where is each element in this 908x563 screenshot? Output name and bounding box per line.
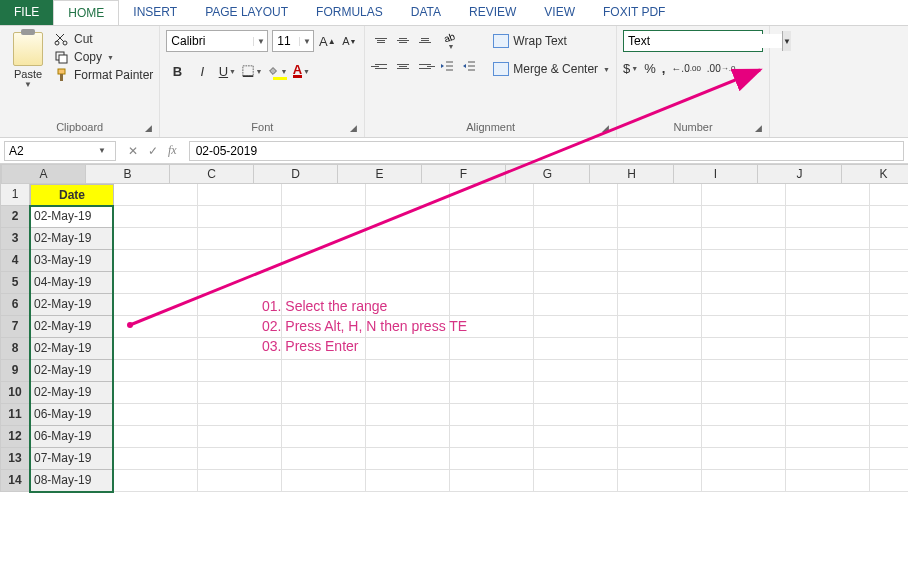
paste-button[interactable]: Paste ▼ (6, 30, 50, 89)
cell[interactable]: 06-May-19 (30, 426, 114, 448)
align-bottom-button[interactable] (415, 30, 435, 50)
cell[interactable] (702, 404, 786, 426)
decrease-font-size-button[interactable]: A▼ (340, 32, 358, 50)
formula-input[interactable] (189, 141, 904, 161)
cell[interactable] (618, 206, 702, 228)
underline-button[interactable]: U▼ (216, 60, 238, 82)
tab-view[interactable]: VIEW (530, 0, 589, 25)
cell[interactable] (534, 228, 618, 250)
cell[interactable] (114, 272, 198, 294)
font-size-combo[interactable]: ▼ (272, 30, 314, 52)
cell[interactable] (534, 184, 618, 206)
cell[interactable] (870, 360, 908, 382)
tab-insert[interactable]: INSERT (119, 0, 191, 25)
row-header[interactable]: 9 (0, 360, 30, 382)
cell[interactable] (534, 272, 618, 294)
cell[interactable] (366, 206, 450, 228)
cells-area[interactable]: Date02-May-1902-May-1903-May-1904-May-19… (30, 184, 908, 492)
cell[interactable] (198, 470, 282, 492)
format-painter-button[interactable]: Format Painter (54, 68, 153, 82)
cell[interactable] (282, 382, 366, 404)
cell[interactable] (114, 316, 198, 338)
cell[interactable] (366, 250, 450, 272)
cell[interactable] (198, 250, 282, 272)
font-name-combo[interactable]: ▼ (166, 30, 268, 52)
tab-review[interactable]: REVIEW (455, 0, 530, 25)
tab-data[interactable]: DATA (397, 0, 455, 25)
column-header[interactable]: B (86, 164, 170, 184)
cell[interactable] (114, 338, 198, 360)
cell[interactable] (786, 382, 870, 404)
cell[interactable] (618, 272, 702, 294)
increase-decimal-button[interactable]: ←.0.00 (671, 58, 700, 78)
row-header[interactable]: 1 (0, 184, 30, 206)
chevron-down-icon[interactable]: ▼ (253, 37, 267, 46)
chevron-down-icon[interactable]: ▼ (299, 37, 313, 46)
cell[interactable] (282, 228, 366, 250)
cell[interactable] (114, 470, 198, 492)
bold-button[interactable]: B (166, 60, 188, 82)
cell[interactable] (786, 184, 870, 206)
cell[interactable] (786, 272, 870, 294)
borders-button[interactable]: ▼ (241, 60, 263, 82)
cell[interactable] (114, 404, 198, 426)
increase-indent-button[interactable] (459, 56, 479, 76)
tab-formulas[interactable]: FORMULAS (302, 0, 397, 25)
column-header[interactable]: H (590, 164, 674, 184)
cell[interactable] (366, 228, 450, 250)
cell[interactable] (534, 448, 618, 470)
tab-file[interactable]: FILE (0, 0, 53, 25)
cell[interactable]: 02-May-19 (30, 338, 114, 360)
cell[interactable] (114, 360, 198, 382)
cell[interactable] (534, 404, 618, 426)
cell[interactable] (450, 404, 534, 426)
cell[interactable] (114, 228, 198, 250)
chevron-down-icon[interactable]: ▼ (24, 80, 32, 89)
dialog-launcher-font[interactable]: ◢ (350, 123, 362, 135)
row-header[interactable]: 13 (0, 448, 30, 470)
cell[interactable] (450, 426, 534, 448)
cell[interactable] (450, 250, 534, 272)
cell[interactable] (786, 338, 870, 360)
row-header[interactable]: 3 (0, 228, 30, 250)
cell[interactable] (786, 448, 870, 470)
column-header[interactable]: I (674, 164, 758, 184)
cell[interactable] (786, 316, 870, 338)
cell[interactable] (198, 448, 282, 470)
cell[interactable] (198, 382, 282, 404)
cell[interactable] (618, 338, 702, 360)
cell[interactable] (366, 360, 450, 382)
cell[interactable]: 04-May-19 (30, 272, 114, 294)
cell[interactable] (366, 184, 450, 206)
percent-format-button[interactable]: % (644, 58, 656, 78)
cell[interactable] (702, 316, 786, 338)
cell[interactable] (870, 338, 908, 360)
wrap-text-button[interactable]: Wrap Text (493, 30, 610, 52)
copy-button[interactable]: Copy ▼ (54, 50, 153, 64)
cell[interactable] (618, 426, 702, 448)
column-header[interactable]: D (254, 164, 338, 184)
column-header[interactable]: F (422, 164, 506, 184)
cell[interactable] (450, 382, 534, 404)
cell[interactable] (114, 382, 198, 404)
cell[interactable] (282, 470, 366, 492)
cell[interactable] (618, 316, 702, 338)
row-header[interactable]: 6 (0, 294, 30, 316)
cell[interactable] (786, 206, 870, 228)
cell[interactable] (282, 272, 366, 294)
cell[interactable] (870, 228, 908, 250)
comma-format-button[interactable]: , (662, 58, 666, 78)
cell[interactable] (618, 228, 702, 250)
column-header[interactable]: G (506, 164, 590, 184)
cell[interactable] (786, 294, 870, 316)
dialog-launcher-alignment[interactable]: ◢ (602, 123, 614, 135)
merge-center-button[interactable]: Merge & Center ▼ (493, 58, 610, 80)
cell[interactable] (114, 294, 198, 316)
cell[interactable] (114, 184, 198, 206)
row-header[interactable]: 4 (0, 250, 30, 272)
cell[interactable] (114, 250, 198, 272)
cell[interactable] (282, 448, 366, 470)
cell[interactable] (198, 206, 282, 228)
cell[interactable] (198, 228, 282, 250)
cell[interactable] (786, 360, 870, 382)
